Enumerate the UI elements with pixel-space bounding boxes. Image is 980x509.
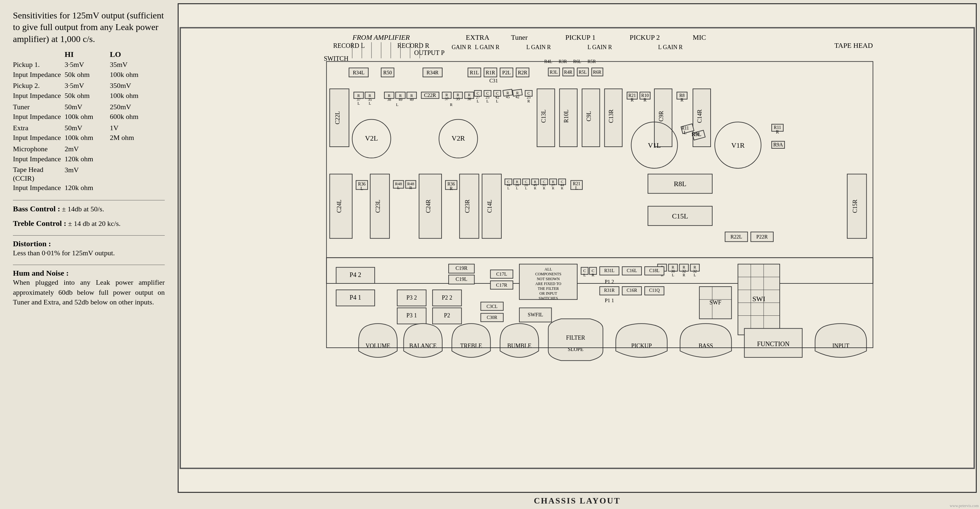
svg-text:C23L: C23L [375, 200, 381, 213]
list-item: Input Impedance 120k ohm [13, 155, 165, 164]
svg-text:R9L: R9L [692, 131, 701, 137]
svg-text:R21: R21 [573, 181, 580, 186]
svg-text:R34L: R34L [353, 70, 364, 75]
svg-text:V2L: V2L [365, 134, 378, 142]
svg-text:R11: R11 [681, 126, 689, 131]
svg-text:L: L [684, 130, 687, 135]
svg-text:R: R [592, 273, 594, 277]
svg-text:R: R [527, 99, 530, 104]
svg-text:R6R: R6R [593, 70, 601, 75]
svg-text:P4    1: P4 1 [350, 294, 361, 301]
svg-text:L: L [508, 186, 510, 190]
svg-text:R31R: R31R [604, 288, 615, 293]
svg-text:L: L [694, 273, 696, 277]
hum-text: When plugged into any Leak power amplifi… [13, 278, 165, 307]
svg-text:V1L: V1L [648, 141, 661, 149]
svg-text:P2   2: P2 2 [442, 294, 452, 301]
svg-text:C9L: C9L [585, 111, 592, 121]
col-hi: HI [65, 50, 110, 59]
svg-text:R3L: R3L [550, 70, 558, 75]
svg-text:L: L [496, 99, 498, 104]
svg-text:C17L: C17L [496, 271, 507, 277]
pickup1-imp-label: Input Impedance [13, 70, 65, 80]
hum-title: Hum and Noise : [13, 269, 165, 278]
svg-text:R9A: R9A [773, 142, 783, 147]
extra-imp-lo: 2M ohm [110, 133, 155, 142]
treble-control-value: ± 14 db at 20 kc/s. [66, 219, 121, 228]
svg-text:PICKUP: PICKUP [631, 343, 652, 349]
mic-lo [110, 144, 155, 154]
distortion-text: Less than 0·01% for 125mV output. [13, 248, 165, 258]
tape-label: Tape Head(CCIR) [13, 166, 65, 183]
tuner-imp-label: Input Impedance [13, 112, 65, 121]
svg-text:45: 45 [506, 95, 510, 99]
svg-text:C17R: C17R [496, 282, 508, 288]
svg-text:Tuner: Tuner [511, 33, 528, 41]
svg-text:C19R: C19R [455, 265, 468, 271]
divider-2 [13, 235, 165, 236]
svg-text:49: 49 [399, 97, 402, 102]
svg-text:P2L: P2L [502, 70, 511, 75]
svg-text:L: L [487, 99, 489, 104]
chassis-title: CHASSIS LAYOUT [178, 496, 977, 506]
svg-text:SWITCH: SWITCH [324, 55, 348, 62]
list-item: Input Impedance 50k ohm 100k ohm [13, 91, 165, 101]
svg-text:SWFIL: SWFIL [528, 312, 543, 318]
distortion-title: Distortion : [13, 239, 165, 248]
extra-lo: 1V [110, 123, 155, 133]
svg-text:BALANCE: BALANCE [409, 343, 437, 349]
treble-control-block: Treble Control : ± 14 db at 20 kc/s. [13, 219, 165, 229]
svg-text:RECORD R: RECORD R [397, 42, 430, 49]
chassis-diagram: .diag text { font-family: 'Times New Rom… [179, 4, 976, 492]
tape-hi: 3mV [65, 166, 110, 183]
svg-text:38: 38 [468, 97, 471, 101]
svg-text:L: L [358, 101, 360, 106]
svg-text:C9R: C9R [658, 111, 664, 121]
svg-text:R: R [552, 186, 555, 190]
svg-text:EXTRA: EXTRA [466, 33, 489, 41]
svg-text:R10: R10 [641, 93, 649, 98]
svg-text:R11: R11 [774, 125, 781, 130]
pickup1-label: Pickup 1. [13, 60, 65, 70]
svg-text:L: L [583, 273, 586, 277]
svg-text:C24L: C24L [336, 200, 342, 213]
svg-text:P1    2: P1 2 [605, 279, 614, 284]
svg-text:TREBLE: TREBLE [460, 343, 482, 349]
pickup2-lo: 350mV [110, 81, 155, 91]
svg-text:INPUT: INPUT [832, 343, 850, 349]
svg-text:L: L [672, 273, 674, 277]
svg-text:37: 37 [445, 97, 449, 101]
svg-text:VOLUME: VOLUME [366, 343, 390, 349]
svg-text:V1R: V1R [731, 141, 745, 149]
svg-text:SWF: SWF [710, 299, 722, 306]
svg-text:FUNCTION: FUNCTION [757, 340, 790, 348]
svg-text:R: R [682, 273, 685, 277]
svg-text:R50: R50 [383, 70, 392, 75]
tape-imp-hi: 120k ohm [65, 183, 110, 193]
list-item: Input Impedance 100k ohm 600k ohm [13, 112, 165, 121]
bass-control-block: Bass Control : ± 14db at 50/s. [13, 204, 165, 214]
tuner-lo: 250mV [110, 102, 155, 112]
svg-text:R4L: R4L [544, 59, 552, 64]
svg-text:R2R: R2R [518, 70, 527, 75]
svg-text:R8L: R8L [674, 180, 686, 188]
tuner-imp-hi: 100k ohm [65, 112, 110, 121]
svg-text:FROM AMPLIFIER: FROM AMPLIFIER [352, 33, 410, 41]
svg-text:R8: R8 [679, 93, 684, 98]
svg-text:C15L: C15L [672, 212, 688, 220]
svg-text:R21: R21 [628, 93, 636, 98]
svg-text:R31L: R31L [605, 268, 615, 273]
svg-text:42: 42 [515, 95, 519, 99]
svg-text:L: L [516, 186, 519, 190]
svg-text:L GAIN R: L GAIN R [475, 44, 500, 50]
table-header: HI LO [65, 50, 165, 59]
col-lo: LO [110, 50, 155, 59]
svg-text:BASS: BASS [698, 343, 713, 349]
watermark: www.petervis.com [950, 504, 979, 508]
svg-text:P3   2: P3 2 [406, 294, 417, 301]
svg-text:NOT SHOWN: NOT SHOWN [537, 277, 560, 281]
svg-text:P22R: P22R [756, 234, 768, 239]
tape-imp-lo [110, 183, 155, 193]
list-item: Pickup 2. 3·5mV 350mV [13, 81, 165, 91]
svg-text:C3CL: C3CL [487, 304, 498, 309]
